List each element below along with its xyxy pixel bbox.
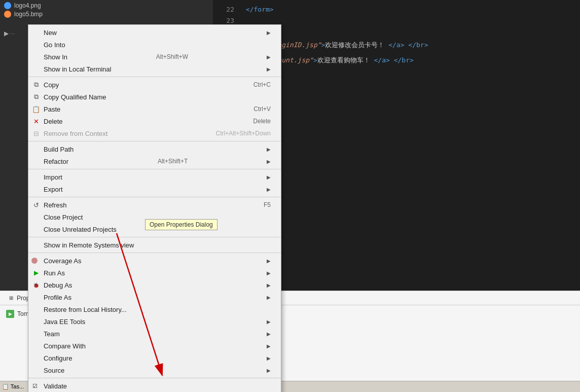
menu-label-debug-as: Debug As bbox=[44, 281, 72, 289]
separator-4 bbox=[28, 197, 281, 197]
chevron-right-icon-16: ▶ bbox=[267, 368, 271, 373]
menu-item-profile-as[interactable]: Profile As ▶ bbox=[28, 291, 281, 303]
shortcut-refactor: Alt+Shift+T bbox=[148, 158, 188, 165]
copy-qualified-icon: ⧉ bbox=[31, 92, 41, 101]
menu-label-show-local-terminal: Show in Local Terminal bbox=[44, 65, 111, 73]
menu-item-new[interactable]: New ▶ bbox=[28, 26, 281, 39]
shortcut-copy: Ctrl+C bbox=[243, 81, 271, 88]
separator-2 bbox=[28, 141, 281, 141]
menu-label-import: Import bbox=[44, 173, 62, 181]
menu-item-copy-qualified[interactable]: ⧉ Copy Qualified Name bbox=[28, 91, 281, 103]
shortcut-paste: Ctrl+V bbox=[243, 105, 271, 113]
taskbar-label: 📋 Tas... bbox=[2, 383, 24, 390]
separator-3 bbox=[28, 169, 281, 169]
menu-label-show-remote: Show in Remote Systems view bbox=[44, 241, 134, 249]
menu-item-configure[interactable]: Configure ▶ bbox=[28, 352, 281, 364]
menu-item-paste[interactable]: 📋 Paste Ctrl+V bbox=[28, 103, 281, 115]
chevron-right-icon-6: ▶ bbox=[267, 174, 271, 180]
menu-item-refresh[interactable]: ↺ Refresh F5 bbox=[28, 199, 281, 211]
chevron-right-icon-8: ▶ bbox=[267, 258, 271, 264]
menu-label-refresh: Refresh bbox=[44, 201, 67, 209]
menu-item-delete[interactable]: ✕ Delete Delete bbox=[28, 115, 281, 127]
menu-item-debug-as[interactable]: 🐞 Debug As ▶ bbox=[28, 279, 281, 291]
menu-label-profile-as: Profile As bbox=[44, 294, 71, 301]
file-name-logo4: logo4.png bbox=[14, 2, 41, 9]
menu-label-configure: Configure bbox=[44, 354, 72, 362]
remove-context-icon: ⊟ bbox=[31, 129, 41, 138]
menu-item-show-local-terminal[interactable]: Show in Local Terminal ▶ bbox=[28, 63, 281, 75]
menu-label-paste: Paste bbox=[44, 105, 60, 113]
menu-item-copy[interactable]: ⧉ Copy Ctrl+C bbox=[28, 79, 281, 91]
menu-label-coverage-as: Coverage As bbox=[44, 257, 81, 265]
file-item-logo5[interactable]: logo5.bmp bbox=[4, 11, 209, 18]
menu-item-restore-history[interactable]: Restore from Local History... bbox=[28, 303, 281, 315]
chevron-right-icon-15: ▶ bbox=[267, 355, 271, 361]
chevron-right-icon-4: ▶ bbox=[267, 147, 271, 152]
refresh-icon: ↺ bbox=[31, 200, 41, 209]
menu-item-go-into[interactable]: Go Into bbox=[28, 39, 281, 51]
menu-label-close-project: Close Project bbox=[44, 213, 83, 221]
chevron-right-icon-2: ▶ bbox=[267, 54, 271, 60]
shortcut-delete: Delete bbox=[243, 118, 271, 125]
menu-label-copy: Copy bbox=[44, 81, 59, 89]
menu-label-validate: Validate bbox=[44, 382, 67, 390]
tooltip-open-properties: Open Properties Dialog bbox=[145, 219, 218, 230]
chevron-right-icon-7: ▶ bbox=[267, 187, 271, 192]
menu-label-go-into: Go Into bbox=[44, 41, 65, 49]
chevron-right-icon-14: ▶ bbox=[267, 343, 271, 349]
menu-item-coverage-as[interactable]: Coverage As ▶ bbox=[28, 255, 281, 267]
file-icon-logo4 bbox=[4, 2, 11, 9]
menu-label-close-unrelated: Close Unrelated Projects bbox=[44, 226, 117, 233]
menu-label-source: Source bbox=[44, 367, 64, 374]
menu-item-export[interactable]: Export ▶ bbox=[28, 183, 281, 195]
menu-label-remove-context: Remove from Context bbox=[44, 130, 107, 137]
code-line-22: 22 </form> bbox=[219, 4, 574, 15]
file-icon-logo5 bbox=[4, 11, 11, 18]
chevron-right-icon-5: ▶ bbox=[267, 159, 271, 164]
file-list: logo4.png logo5.bmp bbox=[0, 0, 213, 28]
menu-label-new: New bbox=[44, 29, 57, 37]
menu-item-remove-context[interactable]: ⊟ Remove from Context Ctrl+Alt+Shift+Dow… bbox=[28, 127, 281, 139]
menu-item-show-in[interactable]: Show In Alt+Shift+W ▶ bbox=[28, 51, 281, 63]
debug-icon: 🐞 bbox=[31, 280, 41, 290]
menu-label-java-ee-tools: Java EE Tools bbox=[44, 318, 85, 326]
chevron-right-icon-10: ▶ bbox=[267, 282, 271, 288]
separator-6 bbox=[28, 253, 281, 253]
separator-1 bbox=[28, 77, 281, 77]
chevron-right-icon-9: ▶ bbox=[267, 270, 271, 276]
separator-7 bbox=[28, 378, 281, 378]
menu-item-compare-with[interactable]: Compare With ▶ bbox=[28, 340, 281, 352]
menu-label-show-in: Show In bbox=[44, 53, 67, 61]
server-status-icon: ▶ bbox=[6, 310, 14, 318]
validate-checkbox: ☑ bbox=[32, 383, 38, 389]
menu-item-run-as[interactable]: ▶ Run As ▶ bbox=[28, 267, 281, 279]
file-item-logo4[interactable]: logo4.png bbox=[4, 2, 209, 9]
chevron-right-icon: ▶ bbox=[267, 30, 271, 35]
menu-item-show-remote[interactable]: Show in Remote Systems view bbox=[28, 239, 281, 251]
chevron-right-icon-12: ▶ bbox=[267, 319, 271, 325]
shortcut-remove-context: Ctrl+Alt+Shift+Down bbox=[206, 130, 271, 137]
menu-label-team: Team bbox=[44, 330, 60, 338]
menu-item-java-ee-tools[interactable]: Java EE Tools ▶ bbox=[28, 315, 281, 328]
menu-label-run-as: Run As bbox=[44, 269, 65, 277]
menu-label-restore-history: Restore from Local History... bbox=[44, 306, 127, 313]
shortcut-refresh: F5 bbox=[253, 201, 271, 208]
menu-item-validate[interactable]: ☑ Validate bbox=[28, 380, 281, 392]
delete-icon: ✕ bbox=[31, 117, 41, 126]
menu-label-delete: Delete bbox=[44, 118, 63, 125]
menu-item-team[interactable]: Team ▶ bbox=[28, 328, 281, 340]
menu-label-build-path: Build Path bbox=[44, 146, 74, 153]
menu-label-refactor: Refactor bbox=[44, 158, 68, 165]
chevron-right-icon-13: ▶ bbox=[267, 331, 271, 337]
chevron-right-icon-11: ▶ bbox=[267, 295, 271, 300]
menu-item-source[interactable]: Source ▶ bbox=[28, 364, 281, 376]
properties-tab-icon: ⊞ bbox=[8, 295, 15, 302]
chevron-right-icon-3: ▶ bbox=[267, 66, 271, 72]
menu-item-refactor[interactable]: Refactor Alt+Shift+T ▶ bbox=[28, 155, 281, 167]
copy-icon: ⧉ bbox=[31, 80, 41, 89]
file-name-logo5: logo5.bmp bbox=[14, 11, 43, 18]
menu-item-build-path[interactable]: Build Path ▶ bbox=[28, 143, 281, 155]
run-icon: ▶ bbox=[31, 268, 41, 277]
menu-item-import[interactable]: Import ▶ bbox=[28, 171, 281, 183]
shortcut-show-in: Alt+Shift+W bbox=[146, 53, 188, 60]
